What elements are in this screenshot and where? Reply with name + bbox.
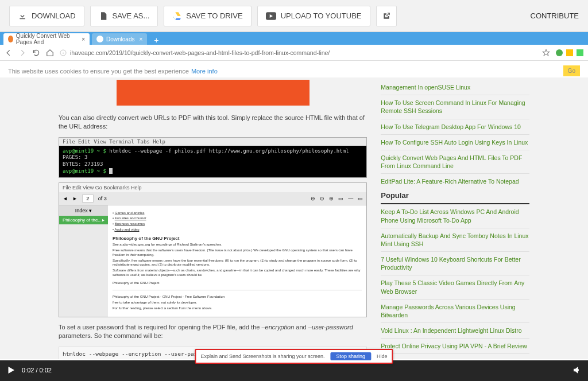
open-external-button[interactable]	[376, 6, 397, 26]
sidebar-link[interactable]: Automatically Backup And Sync Tomboy Not…	[381, 232, 529, 248]
favicon-icon	[96, 36, 103, 42]
browser-window: Quickly Convert Web Pages And × Download…	[0, 32, 588, 81]
hide-button[interactable]: Hide	[377, 353, 388, 359]
terminal-prompt: avp@mint19 ~ $	[63, 168, 106, 174]
contribute-link[interactable]: CONTRIBUTE	[531, 11, 579, 20]
save-drive-label: SAVE TO DRIVE	[186, 11, 242, 20]
index-item-selected: Philosophy of the...▸	[59, 216, 108, 224]
toolbar-icon: ▭	[338, 196, 343, 201]
new-tab-button[interactable]: +	[149, 36, 163, 45]
pdf-para: Software differs from material objects—s…	[113, 269, 362, 278]
upload-yt-label: UPLOAD TO YOUTUBE	[281, 11, 362, 20]
next-page-icon: ►	[72, 196, 78, 201]
sidebar-link[interactable]: Management In openSUSE Linux	[381, 83, 529, 91]
save-as-label: SAVE AS...	[113, 11, 150, 20]
pdf-toolbar: ◄ ► of 3 ⊖ ⊙ ⊕ ▭ — ▭	[59, 192, 366, 205]
info-icon	[60, 49, 67, 56]
recorder-toolbar: DOWNLOAD SAVE AS... SAVE TO DRIVE UPLOAD…	[0, 0, 588, 32]
reload-icon[interactable]	[32, 49, 40, 57]
sidebar-link[interactable]: Void Linux : An Independent Lightweight …	[381, 326, 529, 335]
article-paragraph: To set a user password that is required …	[59, 323, 367, 341]
volume-icon[interactable]	[572, 365, 582, 375]
pdf-footer: Philosophy of the GNU Project - GNU Proj…	[113, 295, 362, 300]
screen-share-popup: Explain and Send Screenshots is sharing …	[195, 349, 393, 364]
close-icon[interactable]: ×	[139, 36, 142, 42]
sidebar-link[interactable]: Play These 5 Classic Video Games Directl…	[381, 279, 529, 295]
sidebar-column: Management In openSUSE Linux How To Use …	[381, 80, 529, 359]
pdf-footer: free to take advantage of them, not sole…	[113, 301, 362, 305]
terminal-prompt: avp@mint19 ~ $	[63, 148, 106, 154]
pdf-heading: Philosophy of the GNU Project	[113, 236, 362, 242]
home-icon[interactable]	[46, 49, 54, 57]
ad-placeholder	[117, 80, 310, 106]
star-icon[interactable]	[542, 49, 550, 57]
pdf-index-panel: Index ▾ Philosophy of the...▸	[59, 205, 108, 317]
download-button[interactable]: DOWNLOAD	[9, 6, 84, 26]
save-as-button[interactable]: SAVE AS...	[90, 6, 158, 26]
ext-icon[interactable]	[577, 49, 583, 56]
tab-strip: Quickly Convert Web Pages And × Download…	[0, 32, 588, 45]
download-label: DOWNLOAD	[32, 11, 76, 20]
close-icon[interactable]: ×	[82, 36, 85, 42]
upload-youtube-button[interactable]: UPLOAD TO YOUTUBE	[257, 6, 370, 26]
terminal-command: htmldoc --webpage -f philos.pdf http://w…	[106, 148, 349, 154]
pdf-sub: Philosophy of the GNU Project	[113, 281, 362, 286]
url-text: ihaveapc.com/2019/10/quickly-convert-web…	[70, 49, 330, 56]
terminal-output: PAGES: 3	[63, 154, 363, 161]
cookie-accept-button[interactable]: Go	[563, 65, 580, 76]
drive-icon	[172, 11, 181, 21]
download-icon	[18, 11, 27, 21]
tab-active[interactable]: Quickly Convert Web Pages And ×	[3, 33, 90, 45]
sidebar-link[interactable]: How To Use Telegram Desktop App For Wind…	[381, 123, 529, 131]
zoom-out-icon: ⊖	[311, 196, 315, 201]
pdf-sub: See audio-video.gnu.org for recordings o…	[113, 243, 362, 247]
sidebar-link[interactable]: Keep A To-Do List Across Windows PC And …	[381, 208, 529, 224]
nav-bar: ihaveapc.com/2019/10/quickly-convert-web…	[0, 45, 588, 61]
pdf-para: Specifically, free software means users …	[113, 259, 362, 268]
tab-title: Quickly Convert Web Pages And	[16, 33, 77, 45]
share-message: Explain and Send Screenshots is sharing …	[200, 353, 324, 359]
video-time: 0:02 / 0:02	[22, 367, 52, 374]
sidebar-link[interactable]: 7 Useful Windows 10 Keyboard Shortcuts F…	[381, 255, 529, 271]
pdf-para: Free software means that the software's …	[113, 248, 362, 258]
ext-icon[interactable]	[566, 49, 573, 56]
toolbar-icon: ▭	[358, 196, 363, 201]
back-icon[interactable]	[5, 49, 13, 57]
play-icon[interactable]	[6, 365, 16, 375]
sidebar-link[interactable]: How To Use Screen Command In Linux For M…	[381, 99, 529, 115]
sidebar-link[interactable]: Protect Online Privacy Using PIA VPN - A…	[381, 342, 529, 350]
page-number-input	[82, 195, 94, 203]
page-viewport: You can also directly convert web URLs t…	[0, 77, 588, 359]
pdf-menu: File Edit View Go Bookmarks Help	[59, 183, 366, 192]
file-icon	[99, 11, 108, 21]
address-bar[interactable]: ihaveapc.com/2019/10/quickly-convert-web…	[60, 49, 536, 56]
sidebar-link[interactable]: Quickly Convert Web Pages And HTML Files…	[381, 154, 529, 170]
sidebar-link[interactable]: Manage Passwords Across Various Devices …	[381, 303, 529, 319]
sidebar-link[interactable]: How To Configure SSH Auto Login Using Ke…	[381, 138, 529, 146]
forward-icon[interactable]	[18, 49, 26, 57]
external-icon	[382, 12, 390, 20]
article-column: You can also directly convert web URLs t…	[59, 80, 367, 359]
pdf-page-content: • Games and articles • Fun sites and hum…	[108, 205, 366, 317]
tab-inactive[interactable]: Downloads ×	[92, 33, 147, 45]
tab-title: Downloads	[106, 36, 134, 42]
save-drive-button[interactable]: SAVE TO DRIVE	[164, 6, 251, 26]
youtube-icon	[266, 12, 276, 20]
pdf-footer: For further reading, please select a sec…	[113, 306, 362, 311]
terminal-screenshot: File Edit View Terminal Tabs Help avp@mi…	[59, 137, 367, 178]
terminal-output: BYTES: 273193	[63, 161, 363, 168]
favicon-icon	[8, 36, 13, 42]
index-header: Index ▾	[59, 205, 108, 216]
terminal-menu: File Edit View Terminal Tabs Help	[59, 138, 366, 146]
zoom-reset-icon: ⊙	[320, 196, 324, 201]
ext-icon[interactable]	[556, 49, 563, 56]
popular-heading: Popular	[381, 191, 529, 200]
page-of-label: of 3	[98, 196, 107, 201]
extension-icons	[556, 49, 583, 56]
zoom-in-icon: ⊕	[329, 196, 334, 201]
sidebar-link[interactable]: EditPad Lite: A Feature-Rich Alternative…	[381, 177, 529, 185]
toolbar-icon: —	[348, 196, 353, 201]
cookie-text: This website uses cookies to ensure you …	[8, 68, 189, 75]
more-info-link[interactable]: More info	[191, 68, 218, 75]
stop-sharing-button[interactable]: Stop sharing	[331, 352, 372, 360]
